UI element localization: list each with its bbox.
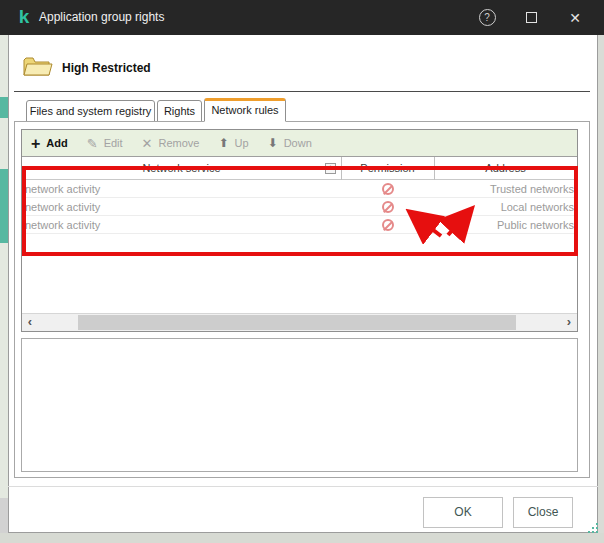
close-icon: ✕ [569,11,581,25]
cell-address: Trusted networks [434,180,574,198]
horizontal-scrollbar[interactable]: ‹ › [22,313,577,331]
column-header-address[interactable]: Address [434,157,577,180]
cell-network-service: network activity [25,216,335,234]
scrollbar-thumb[interactable] [78,315,516,330]
resize-grip[interactable] [588,523,599,534]
tab-network-rules[interactable]: Network rules [204,98,286,122]
background-accent-segment [0,169,8,243]
cell-permission [341,216,434,234]
folder-icon [23,54,53,78]
close-window-button[interactable]: ✕ [558,0,592,35]
rule-description-box[interactable] [21,338,578,472]
background-gray-segment [0,498,8,533]
table-toolbar: + Add ✎ Edit ✕ Remove ⬆ Up ⬇ Down [22,130,577,157]
help-button[interactable]: ? [470,0,504,35]
background-app-bottom-edge [0,533,604,543]
add-button[interactable]: + Add [31,137,68,150]
cell-network-service: network activity [25,180,335,198]
remove-button[interactable]: ✕ Remove [142,137,200,150]
edit-button[interactable]: ✎ Edit [87,137,123,150]
block-permission-icon[interactable] [382,201,394,213]
block-permission-icon[interactable] [382,219,394,231]
close-button[interactable]: Close [513,497,573,528]
column-header-network-service[interactable]: Network service [22,157,341,180]
scroll-right-icon[interactable]: › [561,314,577,331]
tab-files-and-system-registry[interactable]: Files and system registry [26,100,155,122]
help-icon: ? [479,9,496,26]
maximize-button[interactable] [514,0,548,35]
kaspersky-logo-icon: k [13,5,35,29]
column-header-permission[interactable]: Permission [341,157,434,180]
arrow-up-icon: ⬆ [218,137,228,150]
arrow-down-icon: ⬇ [268,137,278,150]
maximize-icon [526,12,537,23]
table-row[interactable]: network activity Local networks [22,198,577,216]
x-icon: ✕ [142,137,153,150]
cell-address: Public networks [434,216,574,234]
header-separator [14,91,590,92]
background-accent-segment [0,97,8,118]
scroll-left-icon[interactable]: ‹ [22,314,38,331]
window-title: Application group rights [39,10,164,24]
group-name-title: High Restricted [62,61,151,75]
background-app-right-edge [598,35,604,533]
up-button[interactable]: ⬆ Up [218,137,248,150]
block-permission-icon[interactable] [382,183,394,195]
table-header-row: Network service + Permission Address [22,157,577,180]
network-rules-table: + Add ✎ Edit ✕ Remove ⬆ Up ⬇ Down Networ… [21,129,578,332]
table-row[interactable]: network activity Trusted networks [22,180,577,198]
tab-rights[interactable]: Rights [157,100,202,122]
ok-button[interactable]: OK [423,497,503,528]
column-filter-icon[interactable]: + [325,163,336,174]
plus-icon: + [31,137,40,150]
title-bar: k Application group rights ? ✕ [0,0,604,35]
cell-permission [341,180,434,198]
table-row[interactable]: network activity Public networks [22,216,577,234]
cell-address: Local networks [434,198,574,216]
cell-network-service: network activity [25,198,335,216]
background-app-left-edge [0,35,8,533]
pencil-icon: ✎ [87,137,98,150]
cell-permission [341,198,434,216]
down-button[interactable]: ⬇ Down [268,137,312,150]
footer-separator [8,486,598,487]
